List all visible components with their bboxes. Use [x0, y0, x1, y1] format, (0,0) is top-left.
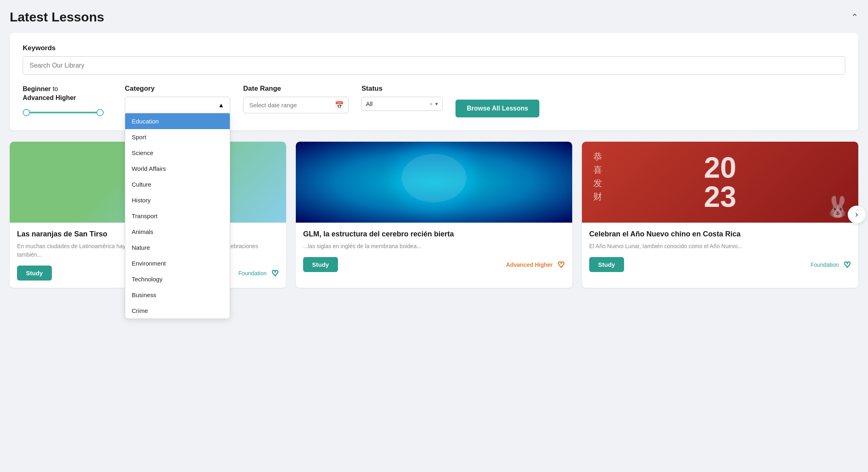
- category-filter: Category ▲ Education Sport Science World…: [125, 85, 230, 113]
- card-chinese-text: 恭喜发财: [593, 150, 602, 203]
- search-input[interactable]: [23, 56, 845, 75]
- card-excerpt-2: ...las siglas en inglés de la membrana b…: [303, 242, 565, 251]
- level-label: Beginner to Advanced Higher: [23, 85, 112, 103]
- category-option-science[interactable]: Science: [125, 145, 230, 161]
- date-range-input[interactable]: [243, 97, 348, 113]
- status-value: All: [366, 100, 427, 107]
- page-title: Latest Lessons: [10, 10, 104, 25]
- level-badge-2: Advanced Higher: [506, 262, 553, 268]
- date-range-label: Date Range: [243, 85, 348, 93]
- card-excerpt-3: El Año Nuevo Lunar, también conocido com…: [589, 242, 851, 251]
- card-decoration: 🐰: [825, 195, 850, 219]
- card-meta-2: Advanced Higher ♡: [506, 260, 565, 270]
- category-option-history[interactable]: History: [125, 192, 230, 208]
- status-select[interactable]: All × ▾: [361, 97, 443, 111]
- card-image-2: [296, 142, 572, 223]
- collapse-icon[interactable]: ⌃: [851, 12, 858, 23]
- heart-icon-1[interactable]: ♡: [272, 268, 279, 278]
- range-track: [23, 112, 104, 113]
- filters-row: Beginner to Advanced Higher Category ▲ E…: [23, 85, 845, 117]
- study-button-1[interactable]: Study: [17, 266, 52, 281]
- category-dropdown: Education Sport Science World Affairs Cu…: [125, 113, 230, 319]
- category-option-transport[interactable]: Transport: [125, 208, 230, 224]
- range-thumb-left[interactable]: [23, 109, 30, 116]
- card-body-3: Celebran el Año Nuevo chino en Costa Ric…: [582, 223, 858, 279]
- status-filter: Status All × ▾: [361, 85, 443, 111]
- filter-panel: Keywords Beginner to Advanced Higher Cat…: [10, 33, 858, 130]
- keywords-label: Keywords: [23, 44, 845, 52]
- card-meta-3: Foundation ♡: [810, 260, 851, 270]
- lesson-card-2: GLM, la estructura del cerebro recién bi…: [296, 142, 572, 288]
- category-option-crime[interactable]: Crime: [125, 303, 230, 319]
- category-option-environment[interactable]: Environment: [125, 255, 230, 271]
- heart-icon-3[interactable]: ♡: [844, 260, 851, 270]
- card-image-3: 恭喜发财 2023 🐰: [582, 142, 858, 223]
- category-select-button[interactable]: ▲: [125, 97, 230, 113]
- chevron-up-icon: ▲: [218, 102, 224, 108]
- card-year: 2023: [704, 153, 736, 211]
- category-option-education[interactable]: Education: [125, 113, 230, 129]
- status-label: Status: [361, 85, 443, 93]
- category-option-technology[interactable]: Technology: [125, 271, 230, 287]
- browse-all-lessons-button[interactable]: Browse All Lessons: [455, 100, 539, 117]
- level-badge-3: Foundation: [810, 262, 839, 268]
- card-title-2: GLM, la estructura del cerebro recién bi…: [303, 229, 565, 239]
- date-filter: Date Range 📅: [243, 85, 348, 113]
- study-button-3[interactable]: Study: [589, 257, 624, 272]
- study-button-2[interactable]: Study: [303, 257, 338, 272]
- category-option-world-affairs[interactable]: World Affairs: [125, 161, 230, 176]
- category-option-business[interactable]: Business: [125, 287, 230, 303]
- lesson-card-3: 恭喜发财 2023 🐰 Celebran el Año Nuevo chino …: [582, 142, 858, 288]
- status-clear-button[interactable]: ×: [430, 101, 433, 107]
- chevron-down-icon[interactable]: ▾: [435, 101, 438, 107]
- category-option-culture[interactable]: Culture: [125, 176, 230, 192]
- level-filter: Beginner to Advanced Higher: [23, 85, 112, 117]
- card-footer-2: Study Advanced Higher ♡: [303, 257, 565, 272]
- card-meta-1: Foundation ♡: [238, 268, 279, 278]
- page-header: Latest Lessons ⌃: [10, 10, 858, 25]
- range-thumb-right[interactable]: [96, 109, 104, 116]
- category-option-sport[interactable]: Sport: [125, 129, 230, 145]
- date-input-wrap: 📅: [243, 97, 348, 113]
- level-badge-1: Foundation: [238, 270, 267, 276]
- heart-icon-2[interactable]: ♡: [558, 260, 565, 270]
- card-title-3: Celebran el Año Nuevo chino en Costa Ric…: [589, 229, 851, 239]
- category-option-nature[interactable]: Nature: [125, 240, 230, 255]
- next-arrow-button[interactable]: ›: [848, 206, 866, 223]
- category-option-animals[interactable]: Animals: [125, 224, 230, 240]
- category-label: Category: [125, 85, 230, 93]
- card-body-2: GLM, la estructura del cerebro recién bi…: [296, 223, 572, 279]
- card-footer-3: Study Foundation ♡: [589, 257, 851, 272]
- range-slider[interactable]: [23, 108, 104, 117]
